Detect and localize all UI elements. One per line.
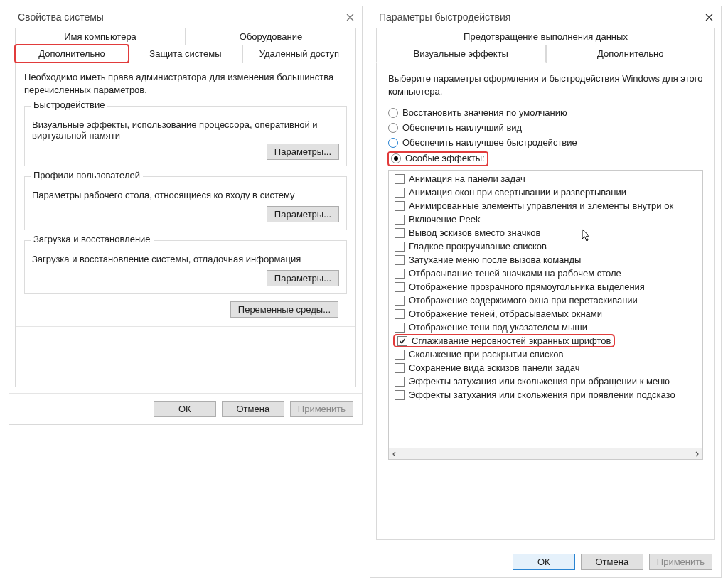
- effect-label: Затухание меню после вызова команды: [409, 254, 581, 265]
- checkbox-icon[interactable]: [395, 242, 405, 252]
- tab-computer-name[interactable]: Имя компьютера: [15, 28, 186, 45]
- sp-tab-row-front: Дополнительно Защита системы Удаленный д…: [9, 45, 362, 63]
- effects-list-inner: Анимация на панели задачАнимация окон пр…: [389, 171, 702, 448]
- checkbox-icon[interactable]: [395, 269, 405, 279]
- effect-item[interactable]: Сохранение вида эскизов панели задач: [389, 361, 702, 374]
- effect-label: Вывод эскизов вместо значков: [409, 227, 540, 238]
- sp-intro-text: Необходимо иметь права администратора дл…: [24, 71, 347, 96]
- close-icon[interactable]: [342, 9, 358, 25]
- tab-hardware[interactable]: Оборудование: [186, 28, 356, 45]
- radio-label: Особые эффекты:: [405, 153, 485, 163]
- radio-option[interactable]: Обеспечить наилучшее быстродействие: [388, 137, 703, 148]
- effect-item[interactable]: Анимация окон при свертывании и разверты…: [389, 185, 702, 199]
- effect-label: Эффекты затухания или скольжения при обр…: [409, 376, 670, 387]
- effect-item[interactable]: Эффекты затухания или скольжения при поя…: [389, 388, 702, 402]
- effect-label: Анимированные элементы управления и элем…: [409, 200, 673, 211]
- system-properties-titlebar[interactable]: Свойства системы: [9, 6, 362, 28]
- po-intro-text: Выберите параметры оформления и быстроде…: [388, 72, 703, 97]
- checkbox-icon[interactable]: [395, 309, 405, 319]
- effect-item[interactable]: Отображение содержимого окна при перетас…: [389, 293, 702, 307]
- radio-icon[interactable]: [391, 153, 401, 163]
- checkbox-icon[interactable]: [395, 255, 405, 265]
- horizontal-scrollbar[interactable]: [389, 448, 702, 459]
- po-panel-body: Выберите параметры оформления и быстроде…: [376, 63, 715, 540]
- sp-ok-button[interactable]: ОК: [154, 401, 216, 417]
- startup-settings-button[interactable]: Параметры...: [267, 270, 339, 286]
- checkbox-icon[interactable]: [395, 188, 405, 198]
- checkbox-icon[interactable]: [395, 363, 405, 373]
- env-vars-button[interactable]: Переменные среды...: [230, 301, 338, 318]
- po-apply-button[interactable]: Применить: [649, 554, 712, 570]
- checkbox-icon[interactable]: [395, 282, 405, 292]
- effect-item[interactable]: Вывод эскизов вместо значков: [389, 226, 702, 239]
- radio-group: Восстановить значения по умолчаниюОбеспе…: [388, 107, 703, 166]
- effect-label: Анимация на панели задач: [409, 173, 525, 184]
- effect-item[interactable]: Отображение тени под указателем мыши: [389, 320, 702, 334]
- effect-label: Отображение тени под указателем мыши: [409, 322, 587, 333]
- po-tab-row-front: Визуальные эффекты Дополнительно: [370, 45, 721, 63]
- tab-advanced[interactable]: Дополнительно: [15, 45, 129, 63]
- effects-checklist[interactable]: Анимация на панели задачАнимация окон пр…: [388, 170, 703, 460]
- checkbox-icon[interactable]: [395, 377, 405, 387]
- effect-label: Отбрасывание теней значками на рабочем с…: [409, 268, 621, 279]
- effect-item[interactable]: Отбрасывание теней значками на рабочем с…: [389, 266, 702, 280]
- radio-option[interactable]: Особые эффекты:: [388, 152, 703, 166]
- effect-item[interactable]: Включение Peek: [389, 212, 702, 226]
- tab-visual-effects[interactable]: Визуальные эффекты: [376, 45, 546, 63]
- checkbox-icon[interactable]: [397, 336, 407, 346]
- effect-label: Отображение прозрачного прямоугольника в…: [409, 281, 645, 292]
- radio-label: Обеспечить наилучшее быстродействие: [402, 137, 577, 148]
- scroll-right-icon[interactable]: [691, 449, 702, 459]
- group-profiles-desc: Параметры рабочего стола, относящиеся ко…: [32, 190, 339, 200]
- sp-apply-button[interactable]: Применить: [290, 401, 353, 417]
- radio-label: Обеспечить наилучший вид: [402, 122, 522, 133]
- group-profiles: Профили пользователей Параметры рабочего…: [24, 176, 347, 230]
- sp-cancel-button[interactable]: Отмена: [222, 401, 284, 417]
- effect-label: Скольжение при раскрытии списков: [409, 349, 563, 360]
- divider: [16, 326, 355, 327]
- effect-item[interactable]: Затухание меню после вызова команды: [389, 253, 702, 266]
- checkbox-icon[interactable]: [395, 350, 405, 360]
- system-properties-title: Свойства системы: [18, 11, 104, 23]
- radio-option[interactable]: Восстановить значения по умолчанию: [388, 107, 703, 118]
- po-ok-button[interactable]: ОК: [513, 554, 575, 570]
- tab-advanced[interactable]: Дополнительно: [546, 45, 716, 63]
- profiles-settings-button[interactable]: Параметры...: [267, 206, 339, 222]
- effect-item[interactable]: Анимация на панели задач: [389, 172, 702, 185]
- group-startup-title: Загрузка и восстановление: [31, 234, 154, 244]
- checkbox-icon[interactable]: [395, 215, 405, 225]
- tab-system-protection[interactable]: Защита системы: [129, 45, 242, 63]
- checkbox-icon[interactable]: [395, 174, 405, 184]
- close-icon[interactable]: [701, 9, 717, 25]
- tab-remote[interactable]: Удаленный доступ: [242, 45, 356, 63]
- effect-item[interactable]: Сглаживание неровностей экранных шрифтов: [389, 334, 702, 347]
- effect-item[interactable]: Отображение теней, отбрасываемых окнами: [389, 307, 702, 320]
- radio-icon[interactable]: [388, 108, 398, 118]
- group-profiles-title: Профили пользователей: [31, 170, 143, 180]
- effect-label: Гладкое прокручивание списков: [409, 241, 547, 252]
- radio-icon[interactable]: [388, 138, 398, 148]
- scroll-left-icon[interactable]: [389, 449, 400, 459]
- checkbox-icon[interactable]: [395, 296, 405, 306]
- effect-item[interactable]: Анимированные элементы управления и элем…: [389, 199, 702, 212]
- checkbox-icon[interactable]: [395, 228, 405, 238]
- checkbox-icon[interactable]: [395, 201, 405, 211]
- po-title: Параметры быстродействия: [379, 11, 510, 23]
- po-cancel-button[interactable]: Отмена: [581, 554, 643, 570]
- effect-item[interactable]: Эффекты затухания или скольжения при обр…: [389, 374, 702, 388]
- radio-option[interactable]: Обеспечить наилучший вид: [388, 122, 703, 133]
- po-titlebar[interactable]: Параметры быстродействия: [370, 6, 721, 28]
- checkbox-icon[interactable]: [395, 390, 405, 400]
- effect-item[interactable]: Гладкое прокручивание списков: [389, 239, 702, 253]
- radio-icon[interactable]: [388, 123, 398, 133]
- tab-dep[interactable]: Предотвращение выполнения данных: [376, 28, 715, 45]
- group-startup-desc: Загрузка и восстановление системы, отлад…: [32, 254, 339, 264]
- sp-footer: ОК Отмена Применить: [9, 393, 362, 424]
- effect-label: Отображение теней, отбрасываемых окнами: [409, 308, 602, 319]
- effect-item[interactable]: Отображение прозрачного прямоугольника в…: [389, 280, 702, 293]
- checkbox-icon[interactable]: [395, 323, 405, 333]
- performance-settings-button[interactable]: Параметры...: [267, 144, 339, 160]
- system-properties-window: Свойства системы Имя компьютера Оборудов…: [9, 6, 363, 425]
- effect-item[interactable]: Скольжение при раскрытии списков: [389, 347, 702, 361]
- effect-label: Эффекты затухания или скольжения при поя…: [409, 389, 675, 400]
